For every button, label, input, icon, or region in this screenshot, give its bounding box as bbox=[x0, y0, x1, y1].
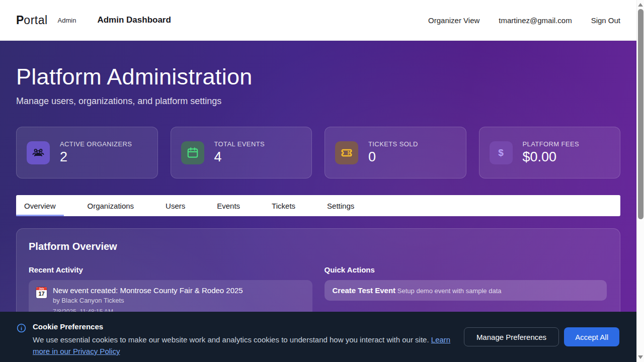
top-header: Portal Admin Admin Dashboard Organizer V… bbox=[0, 0, 636, 41]
tab-organizations[interactable]: Organizations bbox=[79, 195, 142, 216]
tab-label: Users bbox=[166, 202, 185, 210]
stat-card-active-organizers: ACTIVE ORGANIZERS 2 bbox=[16, 127, 158, 178]
stat-value: $0.00 bbox=[523, 149, 580, 165]
stat-label: ACTIVE ORGANIZERS bbox=[60, 140, 132, 148]
stat-text: TICKETS SOLD 0 bbox=[368, 140, 418, 165]
tab-users[interactable]: Users bbox=[157, 195, 193, 216]
cookie-banner: Cookie Preferences We use essential cook… bbox=[0, 312, 636, 362]
tab-bar: Overview Organizations Users Events Tick… bbox=[16, 195, 620, 216]
stat-value: 2 bbox=[60, 149, 132, 165]
quick-actions-title: Quick Actions bbox=[325, 265, 608, 274]
stat-card-platform-fees: $ PLATFORM FEES $0.00 bbox=[479, 127, 621, 178]
recent-activity-title: Recent Activity bbox=[29, 265, 312, 274]
stat-value: 4 bbox=[214, 149, 265, 165]
stat-card-tickets-sold: TICKETS SOLD 0 bbox=[325, 127, 466, 178]
quick-action-title: Create Test Event bbox=[333, 286, 396, 295]
tab-overview[interactable]: Overview bbox=[16, 195, 64, 216]
tab-label: Tickets bbox=[272, 202, 295, 210]
tab-label: Settings bbox=[327, 202, 354, 210]
stat-text: TOTAL EVENTS 4 bbox=[214, 140, 265, 165]
dollar-icon: $ bbox=[490, 141, 513, 164]
ticket-icon bbox=[335, 141, 358, 164]
calendar-emoji-icon: July 17 bbox=[36, 287, 47, 298]
tab-events[interactable]: Events bbox=[209, 195, 248, 216]
admin-dashboard-page: Portal Admin Admin Dashboard Organizer V… bbox=[0, 0, 636, 362]
cookie-text-block: Cookie Preferences We use essential cook… bbox=[33, 322, 466, 357]
tab-label: Events bbox=[217, 202, 240, 210]
cookie-title: Cookie Preferences bbox=[33, 322, 466, 331]
activity-byline: by Black Canyon Tickets bbox=[53, 297, 243, 304]
tab-label: Organizations bbox=[88, 202, 134, 210]
panel-title: Platform Overview bbox=[29, 241, 608, 252]
header-nav: Organizer View tmartinez@gmail.com Sign … bbox=[428, 16, 620, 25]
logo-rest: ortal bbox=[24, 14, 47, 27]
sign-out-button[interactable]: Sign Out bbox=[591, 16, 620, 25]
organizer-view-link[interactable]: Organizer View bbox=[428, 16, 479, 25]
cookie-buttons: Manage Preferences Accept All bbox=[464, 327, 619, 346]
stat-card-total-events: TOTAL EVENTS 4 bbox=[171, 127, 312, 178]
info-icon bbox=[16, 323, 27, 333]
stat-value: 0 bbox=[368, 149, 418, 165]
manage-preferences-button[interactable]: Manage Preferences bbox=[464, 327, 559, 346]
activity-text: New event created: Montrose County Fair … bbox=[53, 286, 243, 315]
vertical-scrollbar[interactable] bbox=[636, 0, 644, 362]
page-title: Admin Dashboard bbox=[97, 15, 171, 25]
stat-text: PLATFORM FEES $0.00 bbox=[523, 140, 580, 165]
tab-tickets[interactable]: Tickets bbox=[264, 195, 303, 216]
logo-initial: P bbox=[16, 14, 24, 27]
hero-title: Platform Administration bbox=[16, 41, 620, 90]
portal-logo[interactable]: Portal bbox=[16, 14, 48, 27]
people-icon bbox=[27, 141, 50, 164]
scrollbar-down-arrow[interactable] bbox=[638, 355, 643, 359]
stat-label: PLATFORM FEES bbox=[523, 140, 580, 148]
stat-label: TICKETS SOLD bbox=[368, 140, 418, 148]
tab-label: Overview bbox=[24, 202, 56, 210]
tab-settings[interactable]: Settings bbox=[319, 195, 362, 216]
scrollbar-up-arrow[interactable] bbox=[638, 3, 643, 7]
activity-title: New event created: Montrose County Fair … bbox=[53, 286, 243, 295]
accept-all-button[interactable]: Accept All bbox=[564, 327, 619, 346]
calendar-icon bbox=[181, 141, 204, 164]
user-email: tmartinez@gmail.com bbox=[499, 16, 572, 25]
dollar-glyph: $ bbox=[498, 147, 504, 158]
scrollbar-thumb[interactable] bbox=[638, 9, 643, 219]
stat-label: TOTAL EVENTS bbox=[214, 140, 265, 148]
active-tab-underline bbox=[16, 215, 64, 216]
cookie-body-text: We use essential cookies to make our web… bbox=[33, 335, 429, 344]
admin-badge: Admin bbox=[58, 17, 76, 24]
cookie-body: We use essential cookies to make our web… bbox=[33, 334, 466, 357]
hero-subtitle: Manage users, organizations, and platfor… bbox=[16, 96, 620, 107]
create-test-event-button[interactable]: Create Test Event Setup demo event with … bbox=[325, 280, 607, 301]
stats-row: ACTIVE ORGANIZERS 2 TOTAL EVENTS 4 bbox=[16, 127, 620, 178]
stat-text: ACTIVE ORGANIZERS 2 bbox=[60, 140, 132, 165]
calendar-day: 17 bbox=[36, 290, 47, 298]
quick-action-subtitle: Setup demo event with sample data bbox=[397, 287, 502, 295]
